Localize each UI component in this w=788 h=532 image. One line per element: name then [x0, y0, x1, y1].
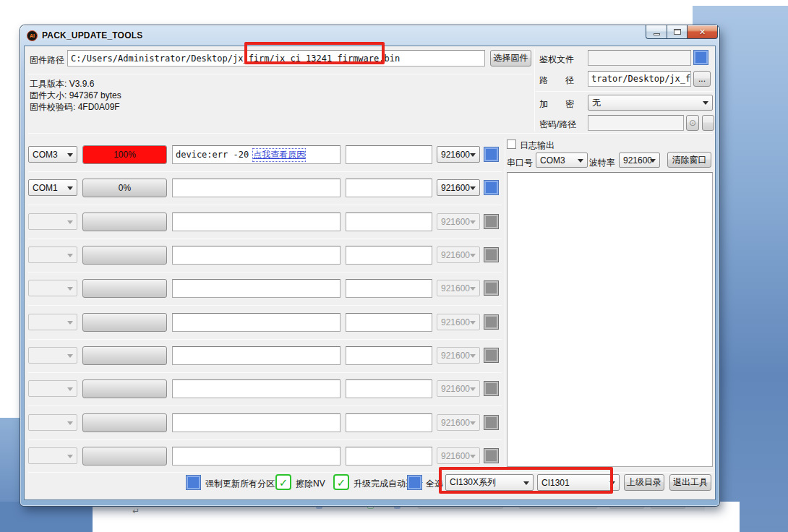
auth-path-input[interactable]: trator/Desktop/jx_firm: [588, 71, 691, 87]
autorun-checkbox[interactable]: ✓: [333, 474, 349, 490]
status-box: [172, 179, 341, 197]
separator: [536, 91, 713, 92]
maximize-button[interactable]: [667, 25, 687, 39]
password-extra-button[interactable]: [702, 115, 714, 131]
chevron-down-icon: [67, 387, 73, 391]
chip-series-select[interactable]: CI130X系列: [445, 474, 534, 491]
baud-select: 921600: [437, 314, 480, 330]
baud-select-value: 921600: [441, 217, 470, 227]
error-reason-link[interactable]: 点我查看原因: [253, 149, 305, 161]
close-button[interactable]: ✕: [687, 25, 718, 39]
chevron-down-icon: [67, 254, 73, 257]
baud-select-value: 921600: [441, 283, 470, 293]
progress-bar: 100%: [82, 145, 167, 164]
paragraph-return-mark: ↵: [132, 506, 140, 516]
serial-port-select[interactable]: COM3: [536, 153, 588, 168]
chevron-down-icon: [470, 254, 476, 257]
log-output-area[interactable]: [507, 172, 713, 467]
erase-nv-checkbox[interactable]: ✓: [275, 474, 291, 490]
extra-status-box: [346, 213, 432, 231]
chevron-down-icon: [470, 387, 476, 391]
show-password-button[interactable]: ⊙: [686, 115, 699, 131]
port-select[interactable]: COM3: [28, 146, 77, 163]
chevron-down-icon: [470, 287, 476, 291]
extra-status-box: [346, 413, 432, 432]
chevron-down-icon: [470, 186, 476, 190]
baud-select[interactable]: 921600: [437, 146, 480, 163]
clear-window-button[interactable]: 清除窗口: [667, 152, 711, 168]
port-select-value: COM1: [33, 183, 58, 193]
chevron-down-icon: [578, 159, 583, 163]
progress-text: [83, 213, 166, 231]
separator: [28, 133, 713, 134]
chevron-down-icon: [470, 220, 476, 224]
port-select: [28, 447, 77, 464]
titlebar[interactable]: AI PACK_UPDATE_TOOLS: [20, 25, 719, 46]
baud-select-value: 921600: [441, 317, 470, 327]
baudrate-select[interactable]: 921600: [619, 153, 660, 168]
status-box: [172, 447, 341, 466]
chevron-down-icon: [470, 153, 476, 157]
row-separator: [28, 305, 502, 306]
status-box: [172, 346, 341, 365]
chip-model-select[interactable]: CI1301: [537, 474, 620, 491]
status-box: device:err -20点我查看原因: [172, 145, 341, 164]
port-select: [28, 246, 77, 263]
app-window: AI PACK_UPDATE_TOOLS ✕ 固件路径 C:/Users/Adm…: [20, 25, 719, 506]
auth-enable-checkbox[interactable]: [693, 50, 708, 65]
baud-select: 921600: [437, 213, 480, 230]
auth-file-label: 鉴权文件: [539, 53, 574, 66]
status-box: [172, 413, 341, 432]
password-path-input[interactable]: [588, 115, 684, 131]
log-output-checkbox[interactable]: [507, 140, 516, 149]
row-separator: [28, 339, 502, 340]
baud-select[interactable]: 921600: [437, 179, 480, 196]
progress-bar: [82, 379, 167, 398]
exit-tool-button[interactable]: 退出工具: [669, 474, 711, 491]
row-enable-checkbox: [484, 348, 499, 363]
minimize-button[interactable]: [646, 25, 667, 39]
port-select[interactable]: COM1: [28, 179, 77, 196]
row-enable-checkbox[interactable]: [484, 180, 499, 195]
row-separator: [28, 171, 502, 172]
progress-bar: [82, 346, 167, 365]
parent-directory-button[interactable]: 上级目录: [624, 474, 664, 491]
row-separator: [28, 239, 502, 239]
baud-select-value: 921600: [441, 418, 470, 428]
document-page-bottom: ↵: [93, 502, 740, 532]
progress-text: [83, 347, 166, 364]
chevron-down-icon: [67, 220, 73, 224]
chevron-down-icon: [67, 153, 73, 157]
log-output-label: 日志输出: [520, 140, 554, 152]
extra-status-box: [346, 179, 432, 197]
baud-select: 921600: [437, 380, 480, 397]
select-all-checkbox[interactable]: [407, 475, 422, 490]
encrypt-label: 加 密: [539, 98, 574, 111]
row-enable-checkbox[interactable]: [484, 147, 499, 162]
port-select: [28, 213, 77, 230]
force-update-checkbox[interactable]: [186, 475, 201, 490]
firmware-path-value: C:/Users/Administrator/Desktop/jx_firm/j…: [71, 53, 400, 64]
auth-file-input[interactable]: [588, 50, 691, 66]
row-enable-checkbox: [484, 448, 499, 463]
select-firmware-button[interactable]: 选择固件: [490, 50, 531, 66]
browse-button[interactable]: ...: [693, 71, 711, 87]
chevron-down-icon: [470, 421, 476, 425]
extra-status-box: [346, 379, 432, 398]
select-all-label: 全选: [426, 478, 443, 490]
baud-select: 921600: [437, 347, 480, 364]
firmware-path-input[interactable]: C:/Users/Administrator/Desktop/jx_firm/j…: [67, 50, 485, 66]
progress-text: [83, 246, 166, 264]
row-separator: [28, 406, 502, 406]
extra-status-box: [346, 447, 432, 466]
chevron-down-icon: [67, 287, 73, 291]
encrypt-select[interactable]: 无: [588, 95, 713, 111]
baud-select-value: 921600: [441, 384, 470, 394]
baudrate-label: 波特率: [589, 157, 615, 169]
progress-text: [83, 380, 166, 398]
maximize-icon: [674, 29, 681, 35]
extra-status-box: [346, 145, 432, 164]
chevron-down-icon: [67, 421, 73, 425]
progress-text: 100%: [83, 146, 166, 163]
minimize-icon: [654, 33, 660, 35]
